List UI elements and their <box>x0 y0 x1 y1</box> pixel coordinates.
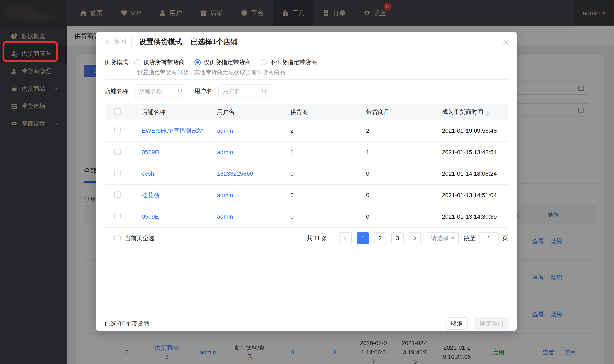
radio-label: 仅供货指定带货商 <box>204 58 251 66</box>
jump-to-label: 跳至 <box>464 234 476 242</box>
table-row: 0509D admin 1 1 2021-01-15 13:48:51 <box>105 142 508 163</box>
shops-table: 店铺名称 用户名 供货商 带货商品 成为带货商时间 EWEISHOP直播测试站 … <box>105 104 508 249</box>
column-header-supplier: 供货商 <box>290 108 366 116</box>
goods-count: 0 <box>366 213 442 220</box>
column-header-shop-name: 店铺名称 <box>142 108 217 116</box>
page-suffix-label: 页 <box>502 234 508 242</box>
cancel-button[interactable]: 取消 <box>446 317 468 330</box>
username-link[interactable]: admin <box>217 192 290 199</box>
pagination-row: 当前页全选 共 11 条 1 2 3 请选 <box>105 228 508 249</box>
divider <box>105 79 508 80</box>
row-checkbox-cell <box>105 213 142 221</box>
select-all-current-page[interactable]: 当前页全选 <box>105 234 154 242</box>
prev-page-button[interactable] <box>340 232 352 244</box>
back-button[interactable]: 返回 <box>104 38 126 46</box>
username-search <box>218 84 271 98</box>
goods-count: 0 <box>366 192 442 199</box>
row-checkbox[interactable] <box>114 148 121 155</box>
supplier-count: 1 <box>290 149 366 156</box>
back-label: 返回 <box>114 38 126 46</box>
page-size-select[interactable]: 请选择 <box>427 232 459 244</box>
column-header-username: 用户名 <box>217 108 290 116</box>
row-checkbox-cell <box>105 148 142 156</box>
total-count: 共 11 条 <box>306 234 328 242</box>
row-checkbox[interactable] <box>114 170 121 176</box>
radio-supply-specified[interactable]: 仅供货指定带货商 <box>194 58 251 66</box>
supplier-count: 2 <box>290 128 366 134</box>
dialog-title: 设置供货模式 <box>139 37 182 47</box>
jump-page-input[interactable] <box>479 232 499 244</box>
page-button-2[interactable]: 2 <box>374 232 386 244</box>
dialog-body: 供货模式: 供货所有带货商 仅供货指定带货商 不供货指定带货商 设置指定带货商供… <box>96 58 517 249</box>
arrow-left-icon <box>104 38 111 46</box>
radio-supply-all[interactable]: 供货所有带货商 <box>134 58 185 66</box>
supplier-count: 0 <box>290 170 366 177</box>
page-size-placeholder: 请选择 <box>431 234 449 242</box>
search-icon[interactable] <box>177 88 184 94</box>
become-time: 2021-01-19 09:56:48 <box>442 128 508 134</box>
shop-name-search <box>135 84 187 98</box>
search-row: 店铺名称: 用户名: <box>105 84 508 98</box>
table-row: EWEISHOP直播测试站 admin 2 2 2021-01-19 09:56… <box>105 120 508 142</box>
shop-name-link[interactable]: 桂花糖 <box>142 191 217 199</box>
supply-mode-helper-text: 设置指定带货商供货，其他带货商无法获取当前供货商商品 <box>137 68 508 76</box>
username-link[interactable]: admin <box>217 128 290 134</box>
shop-name-label: 店铺名称: <box>105 87 130 95</box>
radio-icon[interactable] <box>134 59 140 65</box>
pagination: 共 11 条 1 2 3 请选择 <box>306 232 508 244</box>
goods-count: 0 <box>366 170 442 177</box>
username-link[interactable]: 18233225860 <box>217 170 290 177</box>
next-page-button[interactable] <box>409 232 421 244</box>
become-time: 2021-01-14 18:08:24 <box>442 170 508 177</box>
header-checkbox-cell <box>105 108 142 116</box>
select-all-page-checkbox[interactable] <box>114 235 121 241</box>
shop-name-link[interactable]: 0509D <box>142 149 217 156</box>
supplier-count: 0 <box>290 213 366 220</box>
column-header-goods: 带货商品 <box>366 108 442 116</box>
footer-buttons: 取消 确定添加 <box>446 317 509 330</box>
select-all-checkbox[interactable] <box>114 108 121 115</box>
supplier-count: 0 <box>290 192 366 199</box>
page-button-1[interactable]: 1 <box>357 232 369 244</box>
shop-name-link[interactable]: ceshi <box>142 170 217 177</box>
row-checkbox[interactable] <box>114 213 121 219</box>
supply-mode-label: 供货模式: <box>105 58 130 66</box>
goods-count: 2 <box>366 128 442 134</box>
table-row: 0509E admin 0 0 2021-01-13 14:30:39 <box>105 206 508 228</box>
username-link[interactable]: admin <box>217 213 290 220</box>
screen: 首页 VIP 用户 店铺 平台 工具 <box>0 0 614 364</box>
divider <box>131 37 132 47</box>
page-button-3[interactable]: 3 <box>391 232 404 244</box>
close-button[interactable] <box>502 38 510 46</box>
radio-label: 不供货指定带货商 <box>270 58 317 66</box>
radio-icon[interactable] <box>261 59 267 65</box>
row-checkbox[interactable] <box>114 127 121 133</box>
supply-mode-radio-row: 供货模式: 供货所有带货商 仅供货指定带货商 不供货指定带货商 <box>105 58 508 66</box>
row-checkbox-cell <box>105 192 142 199</box>
shop-name-link[interactable]: 0509E <box>142 213 217 220</box>
row-checkbox-cell <box>105 127 142 135</box>
radio-icon-checked[interactable] <box>194 59 201 65</box>
dialog-footer: 已选择0个带货商 取消 确定添加 <box>96 316 517 331</box>
column-header-time: 成为带货商时间 <box>442 108 508 116</box>
dialog-header: 返回 设置供货模式 已选择1个店铺 <box>96 32 517 52</box>
select-all-label: 当前页全选 <box>125 234 154 242</box>
radio-label: 供货所有带货商 <box>143 58 185 66</box>
search-icon[interactable] <box>261 88 268 94</box>
become-time: 2021-01-13 14:51:04 <box>442 192 508 199</box>
shop-name-link[interactable]: EWEISHOP直播测试站 <box>142 127 217 135</box>
radio-not-supply-specified[interactable]: 不供货指定带货商 <box>261 58 317 66</box>
chevron-down-icon <box>451 237 455 239</box>
table-row: 桂花糖 admin 0 0 2021-01-13 14:51:04 <box>105 185 508 206</box>
row-checkbox[interactable] <box>114 192 121 198</box>
dialog-subtitle: 已选择1个店铺 <box>191 37 238 47</box>
goods-count: 1 <box>366 149 442 156</box>
username-link[interactable]: admin <box>217 149 290 156</box>
sort-icon[interactable] <box>486 111 489 116</box>
chevron-right-icon <box>412 235 418 241</box>
confirm-add-button[interactable]: 确定添加 <box>474 317 509 330</box>
become-time: 2021-01-13 14:30:39 <box>442 213 508 220</box>
table-row: ceshi 18233225860 0 0 2021-01-14 18:08:2… <box>105 163 508 185</box>
become-time: 2021-01-15 13:48:51 <box>442 149 508 156</box>
table-header-row: 店铺名称 用户名 供货商 带货商品 成为带货商时间 <box>105 104 508 120</box>
